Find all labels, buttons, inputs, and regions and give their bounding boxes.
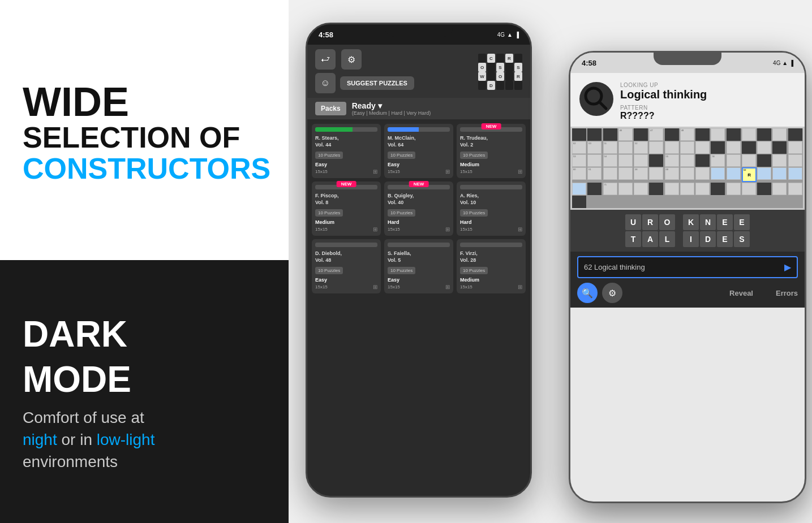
- puzzle-size-row: 15x15 ⊞: [388, 226, 450, 232]
- packs-button[interactable]: Packs: [315, 102, 346, 115]
- puzzle-difficulty: Easy: [315, 162, 377, 167]
- reveal-button[interactable]: Reveal: [729, 289, 753, 297]
- dark-subtitle: Comfort of use at night or in low-light …: [23, 407, 272, 473]
- letter-O: O: [659, 214, 675, 230]
- puzzle-size-text: 15x15: [460, 169, 472, 174]
- puzzle-card[interactable]: D. Diebold,Vol. 48 10 Puzzles Easy 15x15…: [312, 239, 381, 293]
- cell: [772, 183, 787, 195]
- puzzle-difficulty: Hard: [460, 219, 522, 225]
- packs-row: Packs Ready ▾ (Easy | Medium | Hard | Ve…: [307, 98, 530, 119]
- search-button[interactable]: 🔍: [577, 283, 598, 303]
- cw-tile: [514, 54, 522, 63]
- cell: 61: [587, 167, 602, 180]
- clue-text: Logical thinking: [594, 263, 645, 271]
- cell: [727, 128, 741, 141]
- progress-bar: [388, 243, 450, 247]
- headline-group: WIDE SELECTION OF CONSTRUCTORS: [23, 81, 270, 184]
- puzzle-author: R. Stears,Vol. 44: [315, 135, 377, 149]
- cw-tile: [478, 81, 486, 90]
- puzzle-size-text: 15x15: [460, 227, 472, 232]
- letter-D: D: [700, 231, 716, 247]
- cell: [727, 183, 741, 195]
- puzzle-card[interactable]: F. Virzi,Vol. 28 10 Puzzles Medium 15x15…: [457, 239, 526, 293]
- cell: [711, 128, 725, 141]
- puzzle-size-row: 15x15 ⊞: [388, 284, 450, 290]
- clue-arrow-icon: ▶: [784, 262, 791, 273]
- dark-lowlight-highlight: low-light: [97, 431, 155, 448]
- puzzle-card[interactable]: A. Ries,Vol. 10 10 Puzzles Hard 15x15 ⊞: [457, 181, 526, 236]
- puzzle-card[interactable]: S. Faiella,Vol. 5 10 Puzzles Easy 15x15 …: [384, 239, 453, 293]
- emoji-icon[interactable]: ☺: [315, 73, 336, 93]
- cell: [649, 141, 663, 154]
- cell: [665, 141, 679, 154]
- cell: [572, 128, 586, 141]
- letter-L: L: [659, 231, 675, 247]
- puzzle-difficulty: Medium: [315, 219, 377, 225]
- grid-icon: ⊞: [445, 226, 450, 232]
- cell: 54: [603, 154, 617, 167]
- puzzle-size-row: 15x15 ⊞: [460, 226, 522, 232]
- progress-bar: [460, 243, 522, 247]
- right-panel: 4:58 4G ▲ ▐ ⮐ ⚙ ☺ SUGGEST PUZZLES: [289, 0, 812, 523]
- cw-tile: O: [496, 72, 504, 81]
- suggest-label: SUGGEST PUZZLES: [347, 80, 407, 87]
- cell: [742, 154, 756, 167]
- cell: 55: [665, 154, 679, 167]
- crossword-logo: C R O S S W O R D: [478, 54, 522, 89]
- cell: 68: [665, 167, 679, 180]
- cell: 47: [649, 128, 663, 141]
- grid-icon: ⊞: [373, 284, 377, 290]
- looking-up-value: Logical thinking: [620, 88, 796, 101]
- cell: 71: [603, 183, 617, 195]
- settings-button[interactable]: ⚙: [602, 283, 622, 303]
- puzzle-size-text: 15x15: [388, 227, 400, 232]
- puzzle-count: 10 Puzzles: [460, 152, 488, 159]
- cell: [665, 128, 679, 141]
- headline-selection: SELECTION OF: [23, 122, 270, 153]
- crossword-grid: 46 47 48 62 63 51 52: [572, 128, 803, 208]
- progress-bar: [388, 127, 450, 132]
- grid-icon: ⊞: [445, 284, 450, 290]
- word-display-area: U T R A O L K I N D: [570, 210, 805, 252]
- puzzle-card[interactable]: NEW R. Trudeau,Vol. 2 10 Puzzles Medium …: [457, 124, 526, 178]
- clue-number-text: 62 Logical thinking: [584, 263, 645, 271]
- headline-wide: WIDE: [23, 81, 270, 122]
- word-col-k: K I: [683, 214, 699, 247]
- puzzle-count: 10 Puzzles: [388, 152, 415, 159]
- cell: [711, 183, 725, 195]
- puzzle-card[interactable]: R. Stears,Vol. 44 10 Puzzles Easy 15x15 …: [312, 124, 381, 178]
- letter-R: R: [642, 214, 658, 230]
- cell: [680, 141, 694, 154]
- cell: [772, 128, 787, 141]
- suggest-puzzles-button[interactable]: SUGGEST PUZZLES: [340, 76, 414, 90]
- phone2-status-bar: 4:58 4G ▲ ▐: [570, 53, 805, 73]
- puzzle-card[interactable]: NEW F. Piscop,Vol. 8 10 Puzzles Medium 1…: [312, 181, 381, 236]
- clue-area: 62 Logical thinking ▶ 🔍 ⚙ Reveal Errors: [570, 252, 805, 308]
- cell: [757, 154, 771, 167]
- letter-S: S: [734, 231, 750, 247]
- clue-input[interactable]: 62 Logical thinking ▶: [577, 256, 798, 278]
- puzzle-size-text: 15x15: [460, 284, 472, 289]
- cw-tile: [487, 72, 495, 81]
- cell: [742, 128, 756, 141]
- cell: [788, 183, 802, 195]
- puzzle-card[interactable]: M. McClain,Vol. 64 10 Puzzles Easy 15x15…: [384, 124, 453, 178]
- settings-icon[interactable]: ⚙: [341, 49, 362, 70]
- puzzle-author: S. Faiella,Vol. 5: [388, 250, 450, 264]
- word-row: U T R A O L K I N D: [625, 214, 750, 247]
- letter-T: T: [625, 231, 641, 247]
- cell-highlighted: [757, 167, 771, 180]
- dark-environments-text: environments: [23, 453, 118, 470]
- back-icon[interactable]: ⮐: [315, 49, 336, 70]
- pattern-value: R?????: [620, 111, 796, 121]
- puzzle-card[interactable]: NEW B. Quigley,Vol. 40 10 Puzzles Hard 1…: [384, 181, 453, 236]
- puzzle-count: 10 Puzzles: [388, 267, 415, 274]
- cell: [772, 154, 787, 167]
- word-col-ro: R A: [642, 214, 658, 247]
- ready-label[interactable]: Ready ▾: [352, 101, 522, 110]
- cell: [757, 141, 771, 154]
- cell: [634, 183, 648, 195]
- reveal-errors-btns: Reveal Errors: [729, 289, 798, 297]
- errors-button[interactable]: Errors: [776, 289, 798, 297]
- left-panel: WIDE SELECTION OF CONSTRUCTORS DARK MODE…: [0, 0, 289, 523]
